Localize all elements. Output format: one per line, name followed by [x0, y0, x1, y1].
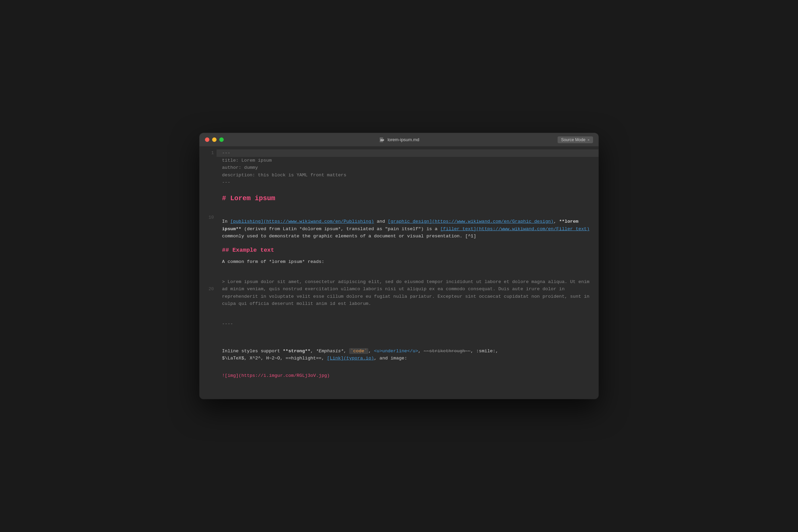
empty-line-6 [222, 365, 590, 372]
traffic-lights [205, 137, 224, 142]
line-numbers: 1 10 20 [200, 147, 217, 399]
image-link-line: ![img](https://i.imgur.com/RGLj3oV.jpg) [222, 372, 590, 380]
yaml-author-line: author: dummy [222, 164, 590, 172]
yaml-desc-line: description: this block is YAML front ma… [222, 172, 590, 179]
inline-comma5: , :smile:, [471, 349, 498, 354]
titlebar-center: md lorem-ipsum.md [379, 137, 419, 143]
para1-comma: , [553, 219, 559, 224]
inline-bold: **strong** [283, 349, 310, 354]
inline-comma4: , [418, 349, 424, 354]
para1-text: (derived from Latin *dolorem ipsum*, tra… [241, 226, 440, 232]
file-title: lorem-ipsum.md [387, 137, 419, 142]
heading-2: ## Example text [222, 246, 590, 255]
app-window: md lorem-ipsum.md Source Mode × 1 10 [200, 133, 598, 399]
inline-styles-line: Inline styles support **strong**, *Empha… [222, 348, 590, 362]
minimize-button[interactable] [212, 137, 217, 142]
close-button[interactable] [205, 137, 209, 142]
para1-start: In [222, 219, 230, 224]
inline-html: <u>underline</u> [374, 349, 418, 354]
file-icon: md [379, 137, 385, 143]
yaml-block: --- title: Lorem ipsum author: dummy des… [222, 149, 590, 186]
yaml-close-line: --- [222, 179, 590, 186]
para1-and: and [374, 219, 388, 224]
inline-comma1: , [310, 349, 316, 354]
inline-latex: $\LaTeX$, X^2^, H~2~O, ==highlight==, [222, 356, 327, 361]
yaml-separator-line: --- [217, 149, 598, 157]
content-area[interactable]: --- title: Lorem ipsum author: dummy des… [217, 147, 598, 399]
separator: ---- [222, 320, 590, 328]
source-mode-label: Source Mode [561, 137, 585, 142]
paragraph-2: A common form of *lorem ipsum* reads: [222, 258, 590, 266]
svg-text:md: md [380, 139, 384, 141]
empty-line-2 [222, 268, 590, 276]
empty-line-5 [222, 338, 590, 345]
para1-link2[interactable]: [graphic design](https://www.wikiwand.co… [388, 219, 553, 224]
para1-end: commonly used to demonstrate the graphic… [222, 234, 476, 239]
para1-link1[interactable]: [publishing](https://www.wikiwand.com/en… [230, 219, 374, 224]
empty-line-4 [222, 330, 590, 338]
image-link[interactable]: ![img](https://i.imgur.com/RGLj3oV.jpg) [222, 373, 330, 378]
inline-strike: ~~strikethrough~~ [424, 349, 471, 354]
inline-end: , and image: [374, 356, 407, 361]
source-mode-close[interactable]: × [588, 138, 590, 142]
inline-comma3: , [368, 349, 374, 354]
yaml-open-separator: --- [222, 150, 230, 156]
blockquote: > Lorem ipsum dolor sit amet, consectetu… [222, 278, 590, 308]
inline-link[interactable]: [Link](typora.io) [327, 356, 374, 361]
inline-italic: *Emphasis* [316, 349, 343, 354]
inline-code: `code` [349, 348, 369, 354]
yaml-title-line: title: Lorem ipsum [222, 157, 590, 164]
para1-link3[interactable]: [filler text](https://www.wikiwand.com/e… [440, 226, 589, 232]
editor-area[interactable]: 1 10 20 [200, 147, 598, 399]
inline-start: Inline styles support [222, 349, 283, 354]
source-mode-badge[interactable]: Source Mode × [558, 136, 593, 143]
empty-line-1 [222, 208, 590, 215]
heading-1: # Lorem ipsum [222, 193, 590, 204]
inline-comma2: , [343, 349, 349, 354]
empty-line-3 [222, 310, 590, 317]
maximize-button[interactable] [219, 137, 224, 142]
paragraph-1: In [publishing](https://www.wikiwand.com… [222, 218, 590, 240]
titlebar: md lorem-ipsum.md Source Mode × [200, 133, 598, 147]
